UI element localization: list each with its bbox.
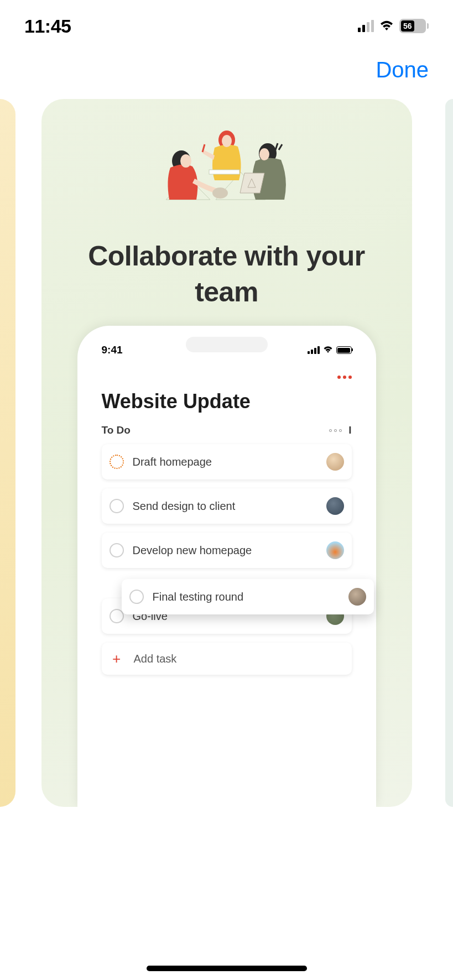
- avatar: [326, 453, 344, 471]
- done-button[interactable]: Done: [376, 58, 429, 82]
- column-title: To Do: [102, 424, 131, 436]
- phone-battery-icon: [336, 346, 352, 354]
- home-indicator[interactable]: [147, 966, 307, 971]
- team-illustration: [149, 128, 304, 216]
- project-title: Website Update: [88, 384, 365, 424]
- device-status-bar: 11:45 56: [0, 0, 453, 46]
- dragging-task-card[interactable]: Final testing round: [122, 579, 374, 614]
- cellular-signal-icon: [358, 20, 374, 32]
- avatar: [326, 541, 344, 559]
- add-task-label: Add task: [134, 653, 177, 665]
- task-label: Draft homepage: [133, 456, 317, 468]
- column-more-icon[interactable]: [329, 429, 342, 432]
- status-time: 11:45: [24, 15, 71, 37]
- card-heading: Collaborate with your team: [41, 238, 412, 310]
- prev-card-peek[interactable]: [0, 99, 15, 807]
- svg-rect-6: [209, 170, 239, 174]
- task-checkbox[interactable]: [110, 455, 124, 469]
- phone-signal-icon: [308, 346, 320, 354]
- status-icons: 56: [358, 19, 429, 33]
- task-checkbox[interactable]: [110, 499, 124, 513]
- avatar: [348, 588, 366, 606]
- dynamic-island: [186, 337, 268, 352]
- task-checkbox[interactable]: [129, 590, 144, 604]
- next-column-peek: I: [348, 424, 351, 436]
- column-header: To Do I: [88, 424, 365, 444]
- onboarding-carousel[interactable]: Collaborate with your team 9:41: [0, 99, 453, 807]
- task-card[interactable]: Send design to client: [102, 488, 352, 524]
- phone-wifi-icon: [323, 346, 333, 354]
- svg-point-4: [222, 135, 232, 147]
- svg-point-1: [180, 154, 191, 168]
- task-label: Develop new homepage: [133, 544, 317, 557]
- add-task-button[interactable]: + Add task: [102, 643, 352, 675]
- header-row: Done: [0, 46, 453, 99]
- battery-icon: 56: [399, 19, 429, 33]
- next-card-peek[interactable]: [445, 99, 453, 807]
- svg-point-2: [212, 187, 228, 199]
- task-card[interactable]: Draft homepage: [102, 444, 352, 479]
- task-checkbox[interactable]: [110, 543, 124, 557]
- task-label: Final testing round: [153, 591, 340, 603]
- project-more-button[interactable]: [88, 359, 365, 384]
- svg-point-8: [259, 148, 269, 160]
- task-label: Send design to client: [133, 500, 317, 513]
- wifi-icon: [378, 20, 395, 32]
- plus-icon: +: [110, 651, 124, 666]
- phone-status-icons: [308, 346, 352, 354]
- avatar: [326, 497, 344, 515]
- battery-level: 56: [401, 20, 414, 32]
- phone-mockup: 9:41 Website Update: [77, 326, 376, 807]
- onboarding-card: Collaborate with your team 9:41: [41, 99, 412, 807]
- phone-time: 9:41: [102, 344, 123, 356]
- task-list: Draft homepage Send design to client Dev…: [88, 444, 365, 675]
- task-card[interactable]: Develop new homepage: [102, 533, 352, 568]
